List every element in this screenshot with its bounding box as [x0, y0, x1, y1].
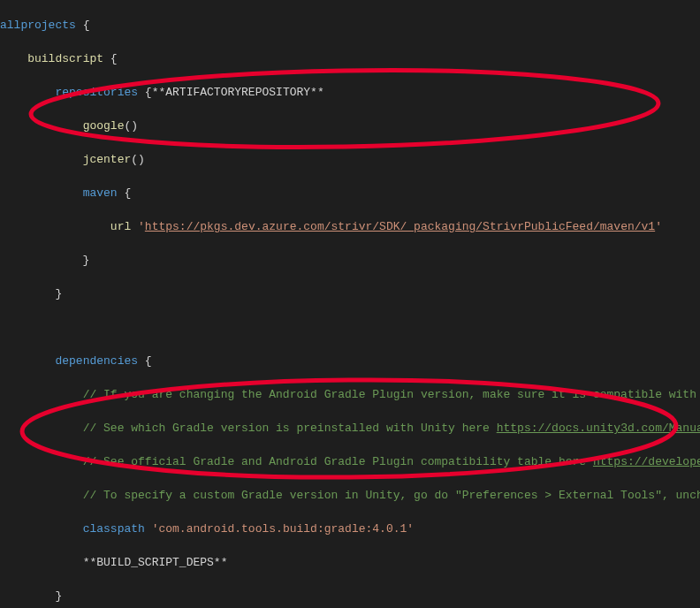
token-allprojects: allprojects	[0, 19, 76, 32]
token-maven: maven	[83, 186, 118, 200]
comment-link[interactable]: https://docs.unity3d.com/Manua	[497, 422, 700, 435]
comment: // If you are changing the Android Gradl…	[83, 388, 700, 401]
url-link[interactable]: https://pkgs.dev.azure.com/strivr/SDK/_p…	[145, 220, 655, 233]
parens: ()	[131, 153, 145, 166]
brace: }	[0, 589, 62, 603]
indent	[0, 186, 83, 200]
code-block: allprojects { buildscript { repositories…	[0, 0, 700, 608]
comment: // See which Gradle version is preinstal…	[83, 422, 497, 435]
indent	[0, 354, 55, 368]
string-quote: '	[655, 220, 662, 233]
brace: {	[138, 354, 152, 368]
token-google: google	[83, 119, 125, 133]
space	[145, 522, 152, 536]
token-artifactory-macro: **ARTIFACTORYREPOSITORY**	[152, 86, 324, 99]
indent	[0, 153, 83, 166]
token-buildscript: buildscript	[27, 52, 103, 65]
brace: {	[118, 186, 132, 200]
token-jcenter: jcenter	[83, 153, 132, 166]
token-classpath: classpath	[83, 522, 145, 536]
token-build-deps-macro: **BUILD_SCRIPT_DEPS**	[83, 556, 228, 569]
indent	[0, 455, 83, 468]
brace: {	[76, 19, 90, 32]
comment-link[interactable]: https://develope	[593, 455, 700, 468]
indent	[0, 522, 83, 536]
string-classpath: 'com.android.tools.build:gradle:4.0.1'	[152, 522, 414, 536]
indent	[0, 388, 83, 401]
token-url: url	[110, 220, 131, 233]
brace: }	[0, 254, 89, 267]
token-repositories: repositories	[55, 86, 138, 99]
indent	[0, 86, 55, 99]
brace: }	[0, 287, 62, 300]
brace: {	[103, 52, 118, 65]
parens: ()	[124, 119, 138, 133]
comment: // To specify a custom Gradle version in…	[83, 489, 700, 502]
comment: // See official Gradle and Android Gradl…	[83, 455, 593, 468]
indent	[0, 422, 83, 435]
token-dependencies: dependencies	[55, 354, 138, 368]
indent	[0, 489, 83, 502]
indent	[0, 556, 83, 569]
string-quote: '	[138, 220, 145, 233]
brace: {	[138, 86, 152, 99]
indent	[0, 52, 27, 65]
indent	[0, 119, 83, 133]
space	[131, 220, 138, 233]
indent	[0, 220, 110, 233]
code-editor[interactable]: allprojects { buildscript { repositories…	[0, 0, 700, 608]
